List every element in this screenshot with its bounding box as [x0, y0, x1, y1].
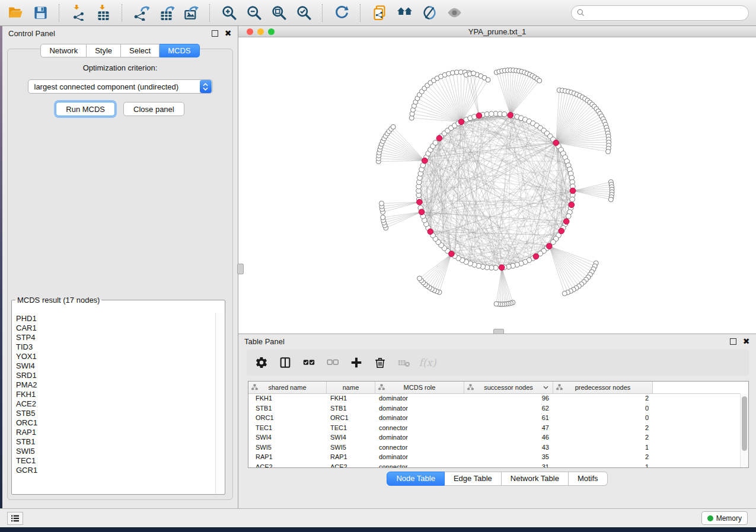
cell-predecessor-nodes[interactable]: 2: [553, 453, 653, 460]
mcds-result-item[interactable]: TID3: [16, 342, 215, 352]
network-node[interactable]: [562, 291, 567, 296]
column-header-successor-nodes[interactable]: successor nodes: [464, 382, 553, 393]
mcds-result-item[interactable]: YOX1: [16, 352, 215, 361]
mcds-node[interactable]: [563, 219, 569, 225]
cell-MCDS-role[interactable]: dominator: [375, 434, 464, 441]
float-table-panel-icon[interactable]: [729, 338, 737, 345]
mcds-node[interactable]: [417, 199, 423, 205]
network-node[interactable]: [570, 197, 575, 202]
table-settings-gear-icon[interactable]: [253, 354, 270, 371]
cell-shared-name[interactable]: SWI5: [248, 444, 327, 451]
tab-motifs[interactable]: Motifs: [569, 472, 608, 486]
cell-MCDS-role[interactable]: dominator: [375, 405, 464, 412]
first-neighbors-icon[interactable]: [394, 3, 415, 23]
cell-predecessor-nodes[interactable]: 2: [553, 434, 653, 441]
show-graphics-details-icon[interactable]: [419, 3, 440, 23]
network-node[interactable]: [381, 215, 385, 220]
network-node[interactable]: [537, 78, 542, 83]
zoom-fit-icon[interactable]: [268, 3, 289, 23]
mcds-result-item[interactable]: ACE2: [16, 399, 215, 409]
network-node[interactable]: [379, 201, 384, 206]
mcds-result-item[interactable]: STB5: [16, 409, 215, 418]
close-table-panel-icon[interactable]: ✖: [742, 338, 750, 345]
hide-graphics-details-icon[interactable]: [444, 3, 465, 23]
mcds-node[interactable]: [422, 158, 428, 164]
delete-column-icon[interactable]: [371, 354, 389, 371]
cell-successor-nodes[interactable]: 96: [464, 395, 553, 402]
mcds-list-scrollbar[interactable]: [215, 313, 224, 493]
mcds-result-item[interactable]: TEC1: [16, 456, 215, 466]
task-history-button[interactable]: [7, 512, 23, 525]
network-view[interactable]: [238, 37, 756, 334]
network-node[interactable]: [417, 276, 422, 281]
cell-name[interactable]: SWI5: [327, 444, 375, 451]
column-header-shared-name[interactable]: shared name: [248, 382, 327, 393]
network-canvas[interactable]: [238, 37, 756, 334]
mcds-result-item[interactable]: GCR1: [16, 466, 215, 475]
search-box[interactable]: [571, 5, 749, 21]
cell-shared-name[interactable]: FKH1: [248, 395, 327, 402]
table-row[interactable]: ACE2ACE2connector311: [248, 462, 741, 468]
cell-successor-nodes[interactable]: 62: [464, 405, 553, 412]
cell-predecessor-nodes[interactable]: 0: [553, 414, 653, 421]
cell-successor-nodes[interactable]: 35: [464, 453, 553, 460]
splitter-handle-left[interactable]: [237, 264, 244, 274]
cell-name[interactable]: ORC1: [327, 414, 375, 421]
import-network-icon[interactable]: [68, 3, 89, 23]
cell-name[interactable]: ACE2: [327, 463, 375, 467]
clone-network-icon[interactable]: [369, 3, 390, 23]
mcds-node[interactable]: [476, 113, 482, 118]
mcds-result-item[interactable]: FKH1: [16, 390, 215, 399]
tab-select[interactable]: Select: [121, 44, 160, 57]
table-row[interactable]: ORC1ORC1dominator610: [248, 413, 741, 423]
mcds-result-item[interactable]: SRD1: [16, 371, 215, 380]
mcds-node[interactable]: [533, 254, 539, 259]
mcds-node[interactable]: [547, 243, 553, 249]
cell-predecessor-nodes[interactable]: 1: [553, 463, 653, 467]
cell-name[interactable]: SWI4: [327, 434, 375, 441]
table-row[interactable]: RAP1RAP1dominator352: [248, 452, 741, 462]
tab-node-table[interactable]: Node Table: [387, 472, 445, 486]
network-node[interactable]: [494, 302, 499, 306]
network-node[interactable]: [486, 78, 490, 82]
mcds-result-item[interactable]: CAR1: [16, 323, 215, 333]
column-header-predecessor-nodes[interactable]: predecessor nodes: [553, 382, 653, 393]
cell-MCDS-role[interactable]: dominator: [375, 453, 464, 460]
cell-shared-name[interactable]: RAP1: [248, 453, 327, 460]
network-window-titlebar[interactable]: YPA_prune.txt_1: [238, 26, 756, 37]
column-header-MCDS-role[interactable]: MCDS role: [375, 382, 464, 393]
zoom-in-icon[interactable]: [218, 3, 240, 23]
cell-name[interactable]: STB1: [327, 405, 375, 412]
close-panel-button[interactable]: Close panel: [123, 102, 184, 116]
tab-style[interactable]: Style: [87, 44, 121, 57]
network-node[interactable]: [433, 140, 438, 146]
close-panel-icon[interactable]: ✖: [224, 30, 232, 37]
mcds-result-item[interactable]: PMA2: [16, 380, 215, 390]
mcds-result-item[interactable]: SWI4: [16, 361, 215, 371]
export-table-icon[interactable]: [155, 3, 177, 23]
cell-name[interactable]: RAP1: [327, 453, 375, 460]
table-row[interactable]: SWI4SWI4dominator462: [248, 432, 741, 443]
cell-shared-name[interactable]: STB1: [248, 405, 327, 412]
cell-predecessor-nodes[interactable]: 0: [553, 405, 653, 412]
mcds-result-item[interactable]: STP4: [16, 333, 215, 342]
cell-shared-name[interactable]: TEC1: [248, 424, 327, 431]
cell-name[interactable]: TEC1: [327, 424, 375, 431]
run-mcds-button[interactable]: Run MCDS: [56, 102, 115, 116]
mcds-result-item[interactable]: SWI5: [16, 447, 215, 456]
cell-successor-nodes[interactable]: 61: [464, 414, 553, 421]
column-header-name[interactable]: name: [327, 382, 375, 393]
network-node[interactable]: [606, 149, 611, 154]
mcds-node[interactable]: [508, 113, 513, 118]
mcds-node[interactable]: [419, 209, 425, 215]
open-file-icon[interactable]: [5, 3, 26, 23]
mcds-node[interactable]: [569, 202, 575, 208]
search-input[interactable]: [588, 8, 744, 18]
table-row[interactable]: FKH1FKH1dominator962: [248, 393, 741, 403]
cell-successor-nodes[interactable]: 47: [464, 424, 553, 431]
network-node[interactable]: [391, 124, 395, 129]
cell-successor-nodes[interactable]: 31: [464, 463, 553, 467]
tab-network-table[interactable]: Network Table: [502, 472, 569, 486]
network-node[interactable]: [566, 214, 571, 219]
cell-predecessor-nodes[interactable]: 1: [553, 444, 653, 451]
